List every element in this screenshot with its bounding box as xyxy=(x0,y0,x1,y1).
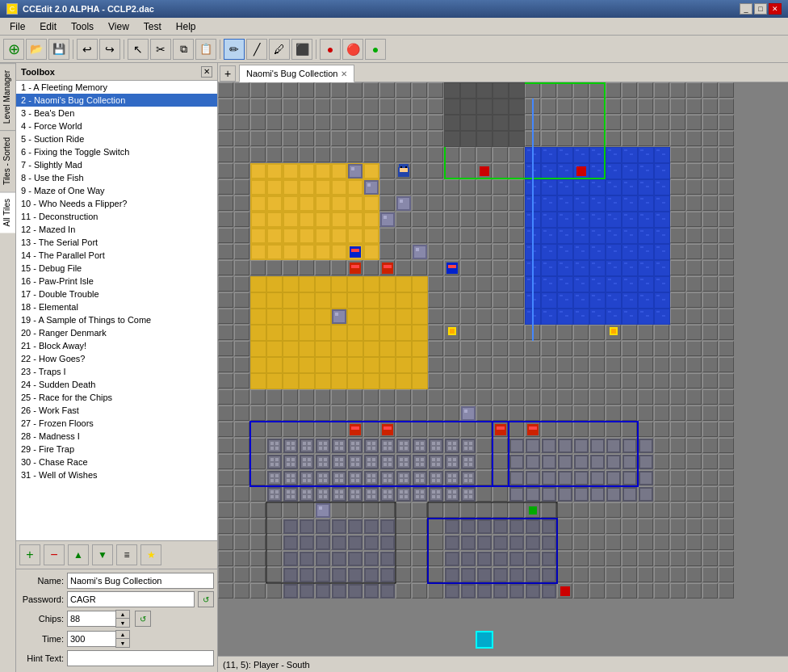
password-label: Password: xyxy=(19,594,64,604)
redo-button[interactable]: ↪ xyxy=(99,39,120,60)
level-list-container: 1 - A Fleeting Memory2 - Naomi's Bug Col… xyxy=(16,81,217,540)
editor-tab-naomi[interactable]: Naomi's Bug Collection ✕ xyxy=(239,65,354,82)
line-button[interactable]: ╱ xyxy=(246,39,267,60)
toggle2-button[interactable]: 🔴 xyxy=(342,39,363,60)
toggle3-button[interactable]: ● xyxy=(365,39,386,60)
level-item[interactable]: 8 - Use the Fish xyxy=(16,171,217,184)
level-item[interactable]: 4 - Force World xyxy=(16,120,217,132)
hint-input[interactable] xyxy=(67,650,214,666)
chips-up[interactable]: ▲ xyxy=(116,611,129,619)
remove-level-button[interactable]: − xyxy=(44,544,65,565)
status-bar: (11, 5): Player - South xyxy=(218,656,788,672)
level-item[interactable]: 9 - Maze of One Way xyxy=(16,184,217,197)
add-level-button[interactable]: + xyxy=(19,544,40,565)
toggle1-button[interactable]: ● xyxy=(320,39,341,60)
editor-area: + Naomi's Bug Collection ✕ (11, 5): Play… xyxy=(218,63,788,672)
level-item[interactable]: 10 - Who Needs a Flipper? xyxy=(16,197,217,210)
title-bar-left: C CCEdit 2.0 ALPHA - CCLP2.dac xyxy=(6,3,154,15)
properties-button[interactable]: ≡ xyxy=(116,544,137,565)
password-row: Password: ↺ xyxy=(19,591,214,607)
menu-view[interactable]: View xyxy=(102,19,136,34)
level-item[interactable]: 3 - Bea's Den xyxy=(16,107,217,120)
level-item[interactable]: 5 - Suction Ride xyxy=(16,132,217,145)
sidebar-tab-tiles-sorted[interactable]: Tiles - Sorted xyxy=(0,130,15,191)
level-item[interactable]: 6 - Fixing the Toggle Switch xyxy=(16,145,217,158)
name-input[interactable] xyxy=(67,573,214,589)
level-item[interactable]: 1 - A Fleeting Memory xyxy=(16,81,217,94)
menu-file[interactable]: File xyxy=(3,19,31,34)
move-down-button[interactable]: ▼ xyxy=(92,544,113,565)
level-item[interactable]: 14 - The Parallel Port xyxy=(16,249,217,262)
menu-tools[interactable]: Tools xyxy=(65,19,100,34)
level-item[interactable]: 15 - Debug File xyxy=(16,262,217,275)
menu-help[interactable]: Help xyxy=(170,19,203,34)
level-item[interactable]: 13 - The Serial Port xyxy=(16,236,217,249)
level-item[interactable]: 20 - Ranger Denmark xyxy=(16,326,217,339)
toolbox-panel: Toolbox ✕ 1 - A Fleeting Memory2 - Naomi… xyxy=(16,63,217,672)
toolbox-header: Toolbox ✕ xyxy=(16,63,217,81)
sidebar-tab-level-manager[interactable]: Level Manager xyxy=(0,63,15,130)
time-down[interactable]: ▼ xyxy=(116,639,129,647)
tab-close-button[interactable]: ✕ xyxy=(341,69,347,78)
toolbox-close-button[interactable]: ✕ xyxy=(201,66,212,78)
star-button[interactable]: ★ xyxy=(140,544,161,565)
chips-spinners: ▲ ▼ xyxy=(115,610,130,628)
time-up[interactable]: ▲ xyxy=(116,631,129,639)
canvas-area[interactable] xyxy=(218,82,788,656)
level-item[interactable]: 30 - Chase Race xyxy=(16,456,217,468)
level-item[interactable]: 19 - A Sample of Things to Come xyxy=(16,313,217,326)
cut-button[interactable]: ✂ xyxy=(150,39,171,60)
level-item[interactable]: 25 - Race for the Chips xyxy=(16,391,217,404)
level-item[interactable]: 21 - Block Away! xyxy=(16,339,217,352)
level-item[interactable]: 12 - Mazed In xyxy=(16,223,217,236)
save-button[interactable]: 💾 xyxy=(48,39,69,60)
open-button[interactable]: 📂 xyxy=(26,39,47,60)
level-item[interactable]: 22 - How Goes? xyxy=(16,352,217,365)
menu-test[interactable]: Test xyxy=(137,19,168,34)
toolbar: ⊕ 📂 💾 ↩ ↪ ↖ ✂ ⧉ 📋 ✏ ╱ 🖊 ⬛ ● 🔴 ● xyxy=(0,36,788,63)
level-item[interactable]: 2 - Naomi's Bug Collection xyxy=(16,94,217,107)
side-tabs: Level Manager Tiles - Sorted All Tiles xyxy=(0,63,16,672)
maximize-button[interactable]: □ xyxy=(754,3,767,15)
fill-button[interactable]: 🖊 xyxy=(269,39,290,60)
level-item[interactable]: 17 - Double Trouble xyxy=(16,288,217,300)
chips-refresh-button[interactable]: ↺ xyxy=(135,611,151,627)
level-item[interactable]: 31 - Well of Wishes xyxy=(16,468,217,481)
paste-button[interactable]: 📋 xyxy=(195,39,216,60)
undo-button[interactable]: ↩ xyxy=(77,39,98,60)
level-item[interactable]: 16 - Paw-Print Isle xyxy=(16,275,217,288)
menu-edit[interactable]: Edit xyxy=(33,19,63,34)
select-button[interactable]: ↖ xyxy=(128,39,149,60)
level-editor-canvas[interactable] xyxy=(218,82,788,656)
pencil-button[interactable]: ✏ xyxy=(224,39,245,60)
password-input[interactable] xyxy=(67,591,195,607)
level-item[interactable]: 7 - Slightly Mad xyxy=(16,158,217,171)
status-text: (11, 5): Player - South xyxy=(223,660,310,670)
stamp-button[interactable]: ⬛ xyxy=(291,39,312,60)
time-input-wrap: ▲ ▼ xyxy=(67,630,130,648)
level-item[interactable]: 28 - Madness I xyxy=(16,430,217,443)
new-button[interactable]: ⊕ xyxy=(3,39,24,60)
level-list[interactable]: 1 - A Fleeting Memory2 - Naomi's Bug Col… xyxy=(16,81,217,540)
new-tab-button[interactable]: + xyxy=(220,65,236,82)
level-item[interactable]: 29 - Fire Trap xyxy=(16,443,217,456)
level-item[interactable]: 23 - Traps I xyxy=(16,365,217,378)
level-item[interactable]: 18 - Elemental xyxy=(16,300,217,313)
copy-button[interactable]: ⧉ xyxy=(173,39,194,60)
level-item[interactable]: 24 - Sudden Death xyxy=(16,378,217,391)
hint-label: Hint Text: xyxy=(19,653,64,663)
tab-bar: + Naomi's Bug Collection ✕ xyxy=(218,63,788,82)
time-input[interactable] xyxy=(67,631,115,647)
level-item[interactable]: 26 - Work Fast xyxy=(16,404,217,417)
level-item[interactable]: 27 - Frozen Floors xyxy=(16,417,217,430)
password-refresh-button[interactable]: ↺ xyxy=(198,591,214,607)
close-button[interactable]: ✕ xyxy=(769,3,782,15)
minimize-button[interactable]: _ xyxy=(740,3,752,15)
chips-input[interactable] xyxy=(67,611,115,627)
main-layout: Level Manager Tiles - Sorted All Tiles T… xyxy=(0,63,788,672)
move-up-button[interactable]: ▲ xyxy=(68,544,89,565)
level-item[interactable]: 11 - Deconstruction xyxy=(16,210,217,223)
sidebar-tab-all-tiles[interactable]: All Tiles xyxy=(0,191,15,233)
toolbar-sep-3 xyxy=(220,40,220,59)
chips-down[interactable]: ▼ xyxy=(116,619,129,627)
